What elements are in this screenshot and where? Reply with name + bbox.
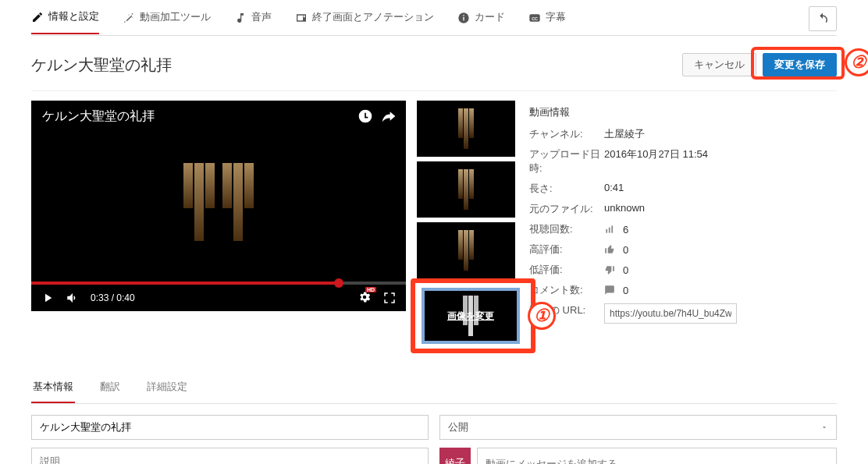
svg-rect-6: [606, 229, 607, 233]
video-content-placeholder: [183, 163, 254, 241]
tab-cards[interactable]: カード: [457, 2, 505, 34]
svg-rect-1: [463, 16, 464, 20]
editor-top-tabs: 情報と設定 動画加工ツール 音声 終了画面とアノテーション カード CC 字幕: [31, 0, 837, 36]
file-value: unknown: [604, 202, 837, 216]
thumbnail-option-1[interactable]: [417, 101, 515, 157]
time-display: 0:33 / 0:40: [91, 292, 135, 303]
right-form: 公開 綾子: [439, 415, 837, 464]
thumbnail-option-2[interactable]: [417, 161, 515, 218]
cc-icon: CC: [528, 12, 541, 24]
dislikes-value: 0: [604, 263, 837, 277]
message-row: 綾子: [439, 448, 837, 464]
info-heading: 動画情報: [529, 101, 837, 127]
likes-label: 高評価:: [529, 243, 604, 257]
thumbs-down-icon: [604, 264, 615, 275]
custom-thumbnail-label: 画像を変更: [447, 310, 494, 323]
message-input[interactable]: [477, 448, 837, 464]
tab-endscreen[interactable]: 終了画面とアノテーション: [295, 2, 434, 34]
visibility-select[interactable]: 公開: [439, 415, 837, 440]
channel-value[interactable]: 土屋綾子: [604, 127, 837, 141]
upload-value: 2016年10月27日 11:54: [604, 147, 837, 175]
bars-icon: [604, 224, 615, 235]
tab-label: 音声: [251, 11, 272, 24]
comment-icon: [604, 285, 615, 296]
player-column: ケルン大聖堂の礼拝 0:33 / 0:40 HD: [31, 101, 406, 349]
main-row: ケルン大聖堂の礼拝 0:33 / 0:40 HD: [31, 91, 837, 349]
thumbs-up-icon: [604, 244, 615, 255]
svg-rect-8: [611, 225, 613, 232]
video-controls: 0:33 / 0:40 HD: [31, 285, 406, 311]
url-value-wrapper: [604, 303, 837, 324]
dislikes-label: 低評価:: [529, 263, 604, 277]
header-row: ケルン大聖堂の礼拝 キャンセル 変更を保存: [31, 36, 837, 91]
comments-value: 0: [604, 283, 837, 297]
tab-label: 情報と設定: [48, 10, 99, 23]
tab-label: 終了画面とアノテーション: [312, 11, 434, 24]
tab-label: 動画加工ツール: [140, 11, 211, 24]
length-value: 0:41: [604, 182, 837, 196]
watch-later-icon[interactable]: [358, 108, 373, 124]
sub-tabs: 基本情報 翻訳 詳細設定: [31, 372, 837, 404]
views-label: 視聴回数:: [529, 222, 604, 236]
custom-thumbnail-wrapper: 画像を変更 ①: [417, 283, 518, 349]
sub-tab-advanced[interactable]: 詳細設定: [145, 372, 189, 403]
music-note-icon: [234, 12, 247, 24]
info-column: 動画情報 チャンネル: 土屋綾子 アップロード日時: 2016年10月27日 1…: [529, 101, 837, 349]
wand-icon: [123, 12, 135, 24]
pencil-icon: [31, 11, 44, 23]
endscreen-icon: [295, 12, 308, 24]
length-label: 長さ:: [529, 182, 604, 196]
video-overlay-title: ケルン大聖堂の礼拝: [42, 108, 155, 125]
channel-label: チャンネル:: [529, 127, 604, 141]
avatar: 綾子: [439, 448, 471, 464]
svg-rect-2: [463, 15, 464, 16]
svg-text:CC: CC: [532, 16, 538, 20]
fullscreen-icon[interactable]: [382, 291, 397, 305]
action-buttons: キャンセル 変更を保存: [682, 53, 837, 76]
thumbnail-column: 画像を変更 ①: [417, 101, 518, 349]
views-value: 6: [604, 222, 837, 236]
volume-icon[interactable]: [66, 291, 80, 305]
page-title: ケルン大聖堂の礼拝: [31, 55, 172, 76]
chevron-down-icon: [820, 423, 828, 431]
undo-icon: [816, 12, 830, 26]
video-url-input[interactable]: [604, 303, 737, 324]
description-input[interactable]: [31, 448, 429, 464]
video-top-right-controls: [358, 108, 397, 124]
tab-label: カード: [475, 11, 505, 24]
thumbnail-option-3[interactable]: [417, 222, 515, 278]
tab-info-settings[interactable]: 情報と設定: [31, 1, 99, 34]
visibility-value: 公開: [448, 420, 468, 434]
left-form: [31, 415, 429, 464]
callout-2: ②: [845, 48, 868, 76]
info-icon: [457, 12, 470, 24]
play-icon[interactable]: [41, 291, 55, 305]
svg-rect-7: [609, 228, 610, 233]
video-info-table: チャンネル: 土屋綾子 アップロード日時: 2016年10月27日 11:54 …: [529, 127, 837, 324]
undo-button[interactable]: [809, 6, 837, 31]
custom-thumbnail-button[interactable]: 画像を変更: [422, 288, 520, 344]
share-icon[interactable]: [381, 108, 397, 124]
upload-label: アップロード日時:: [529, 147, 604, 175]
file-label: 元のファイル:: [529, 202, 604, 216]
form-row: 公開 綾子: [31, 415, 837, 464]
tab-audio[interactable]: 音声: [234, 2, 272, 34]
hd-badge: HD: [365, 287, 376, 292]
tab-subtitles[interactable]: CC 字幕: [528, 2, 566, 34]
callout-1: ①: [528, 302, 556, 330]
sub-tab-translate[interactable]: 翻訳: [98, 372, 122, 403]
settings-icon-wrapper[interactable]: HD: [358, 290, 372, 306]
sub-tab-basic[interactable]: 基本情報: [31, 372, 75, 403]
tab-label: 字幕: [546, 11, 566, 24]
comments-label: コメント数:: [529, 283, 604, 297]
tab-enhancements[interactable]: 動画加工ツール: [123, 2, 211, 34]
save-button[interactable]: 変更を保存: [763, 53, 837, 76]
video-player[interactable]: ケルン大聖堂の礼拝 0:33 / 0:40 HD: [31, 101, 406, 311]
title-input[interactable]: [31, 415, 429, 440]
cancel-button[interactable]: キャンセル: [682, 53, 756, 76]
likes-value: 0: [604, 243, 837, 257]
